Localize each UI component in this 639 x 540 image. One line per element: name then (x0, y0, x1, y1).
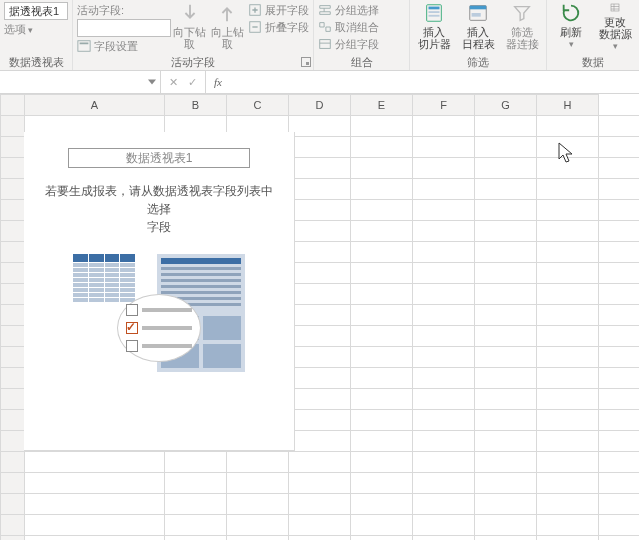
cell[interactable] (413, 116, 475, 137)
col-header[interactable]: C (227, 95, 289, 116)
cell[interactable] (537, 200, 599, 221)
cell[interactable] (413, 494, 475, 515)
cell[interactable] (537, 116, 599, 137)
cell[interactable] (25, 452, 165, 473)
cell[interactable] (475, 410, 537, 431)
cell[interactable] (227, 473, 289, 494)
cell[interactable] (351, 515, 413, 536)
cell[interactable] (537, 179, 599, 200)
row-header[interactable] (1, 326, 25, 347)
cell[interactable] (351, 347, 413, 368)
cell[interactable] (475, 431, 537, 452)
cell[interactable] (351, 284, 413, 305)
cell[interactable] (289, 410, 351, 431)
cell[interactable] (537, 221, 599, 242)
cell[interactable] (475, 389, 537, 410)
cell[interactable] (475, 221, 537, 242)
cell[interactable] (289, 452, 351, 473)
filter-connections-button[interactable]: 筛选 器连接 (502, 2, 542, 52)
cell[interactable] (599, 452, 640, 473)
cell[interactable] (475, 473, 537, 494)
cell[interactable] (475, 305, 537, 326)
name-box[interactable] (0, 71, 161, 93)
col-header[interactable]: E (351, 95, 413, 116)
cell[interactable] (351, 494, 413, 515)
cell[interactable] (413, 263, 475, 284)
cell[interactable] (537, 326, 599, 347)
cell[interactable] (599, 221, 640, 242)
cell[interactable] (289, 305, 351, 326)
cell[interactable] (413, 473, 475, 494)
row-header[interactable] (1, 137, 25, 158)
cell[interactable] (599, 389, 640, 410)
cell[interactable] (351, 158, 413, 179)
col-header[interactable]: H (537, 95, 599, 116)
cell[interactable] (537, 137, 599, 158)
cell[interactable] (475, 347, 537, 368)
collapse-field-button[interactable]: 折叠字段 (265, 20, 309, 35)
row-header[interactable] (1, 368, 25, 389)
cell[interactable] (413, 431, 475, 452)
field-settings-button[interactable]: 字段设置 (94, 39, 138, 54)
cell[interactable] (475, 284, 537, 305)
cell[interactable] (475, 263, 537, 284)
drill-down-button[interactable]: 向下钻取 (173, 2, 207, 52)
cell[interactable] (599, 137, 640, 158)
cell[interactable] (413, 137, 475, 158)
cell[interactable] (289, 515, 351, 536)
cell[interactable] (599, 284, 640, 305)
cell[interactable] (599, 116, 640, 137)
row-header[interactable] (1, 263, 25, 284)
refresh-button[interactable]: 刷新 ▾ (551, 2, 591, 52)
cell[interactable] (351, 326, 413, 347)
cell[interactable] (537, 389, 599, 410)
cell[interactable] (599, 200, 640, 221)
cell[interactable] (351, 389, 413, 410)
cancel-icon[interactable]: ✕ (169, 76, 178, 89)
cell[interactable] (537, 494, 599, 515)
cell[interactable] (351, 473, 413, 494)
cell[interactable] (475, 452, 537, 473)
cell[interactable] (413, 305, 475, 326)
pivot-options-button[interactable]: 选项 (4, 22, 26, 37)
row-header[interactable] (1, 158, 25, 179)
fx-label[interactable]: fx (206, 71, 230, 93)
cell[interactable] (475, 242, 537, 263)
cell[interactable] (165, 515, 227, 536)
cell[interactable] (351, 116, 413, 137)
cell[interactable] (599, 158, 640, 179)
row-header[interactable] (1, 431, 25, 452)
cell[interactable] (537, 305, 599, 326)
cell[interactable] (537, 158, 599, 179)
cell[interactable] (165, 473, 227, 494)
row-header[interactable] (1, 452, 25, 473)
cell[interactable] (599, 431, 640, 452)
cell[interactable] (599, 326, 640, 347)
cell[interactable] (537, 242, 599, 263)
cell[interactable] (537, 536, 599, 541)
cell[interactable] (413, 452, 475, 473)
pivot-placeholder[interactable]: 数据透视表1 若要生成报表，请从数据透视表字段列表中选择 字段 (24, 132, 295, 451)
cell[interactable] (413, 179, 475, 200)
cell[interactable] (289, 116, 351, 137)
cell[interactable] (351, 410, 413, 431)
cell[interactable] (289, 137, 351, 158)
cell[interactable] (351, 137, 413, 158)
cell[interactable] (599, 179, 640, 200)
cell[interactable] (165, 494, 227, 515)
cell[interactable] (351, 368, 413, 389)
insert-slicer-button[interactable]: 插入 切片器 (414, 2, 454, 52)
cell[interactable] (475, 200, 537, 221)
row-header[interactable] (1, 242, 25, 263)
cell[interactable] (351, 200, 413, 221)
cell[interactable] (537, 431, 599, 452)
cell[interactable] (537, 473, 599, 494)
cell[interactable] (537, 515, 599, 536)
cell[interactable] (599, 515, 640, 536)
cell[interactable] (165, 536, 227, 541)
row-header[interactable] (1, 410, 25, 431)
row-header[interactable] (1, 284, 25, 305)
cell[interactable] (25, 515, 165, 536)
worksheet-grid[interactable]: A B C D E F G H 数据透视表1 若要生成报表，请从数据透视表字段列… (0, 94, 639, 540)
cell[interactable] (289, 179, 351, 200)
